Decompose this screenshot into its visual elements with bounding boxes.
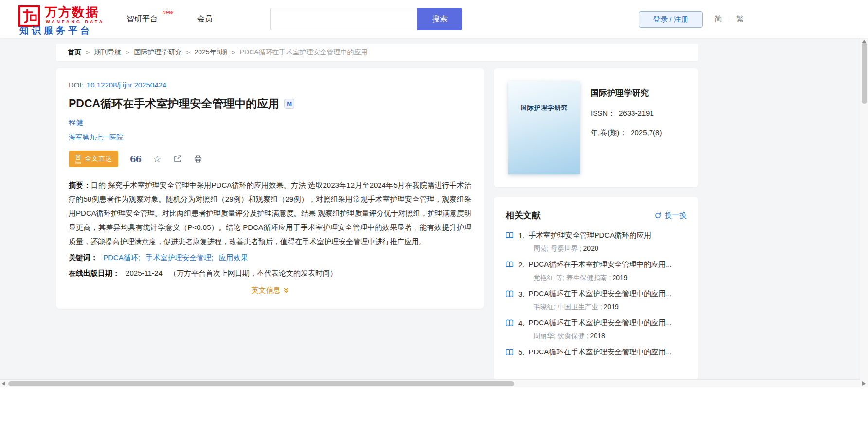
keyword-link[interactable]: 手术室护理安全管理; (145, 253, 213, 262)
related-item-link[interactable]: 2. PDCA循环在手术室护理安全管理中的应用... (506, 260, 687, 269)
breadcrumb-separator: > (186, 49, 190, 56)
related-item-link[interactable]: 5. PDCA循环在手术室护理安全管理中的应用... (506, 348, 687, 357)
horizontal-scrollbar[interactable] (0, 379, 868, 387)
vertical-scrollbar-thumb[interactable] (862, 43, 867, 104)
breadcrumb-home[interactable]: 首页 (68, 48, 81, 57)
item-authors-source: 周菊; 母婴世界 ; (533, 245, 582, 252)
vertical-scrollbar[interactable] (860, 38, 868, 380)
citation-quote-icon[interactable]: 66 (130, 154, 141, 164)
item-year: 2019 (612, 274, 627, 281)
article-card: DOI:10.12208/j.ijnr.20250424 PDCA循环在手术室护… (56, 68, 484, 309)
journal-card: 国际护理学研究 国际护理学研究 ISSN：2633-2191 年,卷(期)：20… (494, 68, 698, 187)
refresh-label: 换一换 (665, 211, 687, 220)
item-index: 1. (518, 231, 524, 240)
lang-simplified[interactable]: 简 (714, 14, 722, 24)
item-meta: 毛晓红; 中国卫生产业 ;2019 (533, 303, 687, 312)
english-info-label: 英文信息 (252, 286, 281, 295)
book-icon (506, 232, 514, 239)
article-title-row: PDCA循环在手术室护理安全管理中的应用 M (69, 96, 471, 111)
item-index: 4. (518, 319, 524, 327)
item-index: 2. (518, 261, 524, 269)
item-authors-source: 党艳红 等; 养生保健指南 ; (533, 274, 611, 281)
scroll-left-arrow-icon[interactable] (2, 381, 5, 386)
item-title: PDCA循环在手术室护理安全管理中的应用... (529, 289, 672, 298)
breadcrumb-journal-nav[interactable]: 期刊导航 (94, 48, 121, 57)
new-badge: new (163, 9, 173, 16)
doi-row: DOI:10.12208/j.ijnr.20250424 (69, 81, 471, 89)
item-index: 5. (518, 348, 524, 356)
login-register-button[interactable]: 登录 / 注册 (639, 11, 703, 28)
item-year: 2018 (590, 332, 605, 340)
free-document-icon: free (75, 154, 81, 164)
brand-name-en: WANFANG DATA (46, 19, 104, 24)
medline-badge-icon: M (284, 99, 294, 109)
keyword-link[interactable]: 应用效果 (219, 253, 248, 262)
related-item-link[interactable]: 3. PDCA循环在手术室护理安全管理中的应用... (506, 289, 687, 298)
journal-cover[interactable]: 国际护理学研究 (508, 81, 580, 174)
publish-date: 2025-11-24 (126, 269, 163, 277)
print-icon[interactable] (194, 155, 202, 163)
search-button[interactable]: 搜索 (417, 8, 462, 30)
book-icon (506, 290, 514, 297)
related-item-link[interactable]: 1. 手术室护理安全管理PDCA循环的应用 (506, 231, 687, 240)
volume-label: 年,卷(期)： (591, 128, 627, 137)
affiliation-link[interactable]: 海军第九七一医院 (69, 133, 471, 142)
header: 万方数据 WANFANG DATA 知识服务平台 智研平台 new 会员 搜索 … (0, 0, 868, 38)
item-title: PDCA循环在手术室护理安全管理中的应用... (529, 318, 672, 328)
volume-value: 2025,7(8) (631, 128, 662, 137)
keywords-label: 关键词： (69, 253, 98, 262)
double-chevron-down-icon (283, 287, 289, 294)
issn-value: 2633-2191 (619, 109, 654, 117)
doi-link[interactable]: 10.12208/j.ijnr.20250424 (87, 81, 166, 89)
breadcrumb-current: PDCA循环在手术室护理安全管理中的应用 (240, 48, 368, 57)
lang-traditional[interactable]: 繁 (736, 14, 744, 24)
fulltext-label: 全文直达 (85, 155, 112, 163)
fulltext-button[interactable]: free 全文直达 (69, 151, 118, 167)
search-input[interactable] (270, 8, 417, 30)
item-title: 手术室护理安全管理PDCA循环的应用 (529, 231, 651, 240)
keyword-link[interactable]: PDCA循环; (103, 253, 140, 262)
breadcrumb-separator: > (232, 49, 235, 56)
item-meta: 党艳红 等; 养生保健指南 ;2019 (533, 274, 687, 282)
free-label: free (75, 161, 81, 164)
search-bar: 搜索 (270, 8, 462, 30)
related-title: 相关文献 (506, 210, 541, 221)
journal-info: 国际护理学研究 ISSN：2633-2191 年,卷(期)：2025,7(8) (591, 87, 662, 138)
item-authors-source: 毛晓红; 中国卫生产业 ; (533, 303, 602, 311)
publish-date-label: 在线出版日期： (69, 269, 120, 277)
item-authors-source: 周丽华; 饮食保健 ; (533, 332, 589, 340)
favorite-star-icon[interactable]: ☆ (153, 154, 162, 164)
related-header: 相关文献 换一换 (506, 210, 687, 221)
item-meta (533, 361, 687, 369)
refresh-link[interactable]: 换一换 (654, 211, 687, 220)
item-year: 2020 (583, 245, 598, 252)
wanfang-logo-icon[interactable] (18, 5, 40, 27)
related-literature-card: 相关文献 换一换 1. 手术室护理安全管理PDCA循环的应用 周菊; 母婴世界 … (494, 197, 698, 380)
abstract-paragraph: 摘要：目的 探究手术室护理安全管理中采用PDCA循环的应用效果。方法 选取202… (69, 178, 471, 248)
abstract-text: 目的 探究手术室护理安全管理中采用PDCA循环的应用效果。方法 选取2023年1… (69, 181, 471, 245)
item-meta: 周丽华; 饮食保健 ;2018 (533, 332, 687, 341)
language-toggle: 简 繁 (714, 14, 744, 24)
english-info-row: 英文信息 (69, 286, 471, 295)
book-icon (506, 261, 514, 268)
list-item: 5. PDCA循环在手术室护理安全管理中的应用... (506, 348, 687, 369)
breadcrumb-issue[interactable]: 2025年8期 (195, 48, 227, 57)
scroll-right-arrow-icon[interactable] (862, 381, 866, 386)
author-link[interactable]: 程健 (69, 118, 83, 127)
brand-name: 万方数据 (45, 4, 99, 21)
item-index: 3. (518, 290, 524, 298)
keywords-row: 关键词： PDCA循环; 手术室护理安全管理; 应用效果 (69, 253, 471, 262)
related-item-link[interactable]: 4. PDCA循环在手术室护理安全管理中的应用... (506, 318, 687, 328)
english-info-link[interactable]: 英文信息 (252, 286, 289, 295)
nav-member[interactable]: 会员 (197, 14, 213, 24)
breadcrumb-separator: > (86, 49, 90, 56)
journal-name[interactable]: 国际护理学研究 (591, 87, 662, 99)
item-year: 2019 (604, 303, 619, 311)
export-share-icon[interactable] (173, 155, 182, 163)
nav-zhiyan-platform[interactable]: 智研平台 (127, 14, 158, 24)
horizontal-scrollbar-thumb[interactable] (8, 381, 514, 386)
breadcrumb-journal[interactable]: 国际护理学研究 (134, 48, 181, 57)
scroll-up-arrow-icon[interactable] (862, 40, 867, 43)
breadcrumb: 首页 > 期刊导航 > 国际护理学研究 > 2025年8期 > PDCA循环在手… (56, 44, 698, 61)
item-title: PDCA循环在手术室护理安全管理中的应用... (529, 260, 672, 269)
